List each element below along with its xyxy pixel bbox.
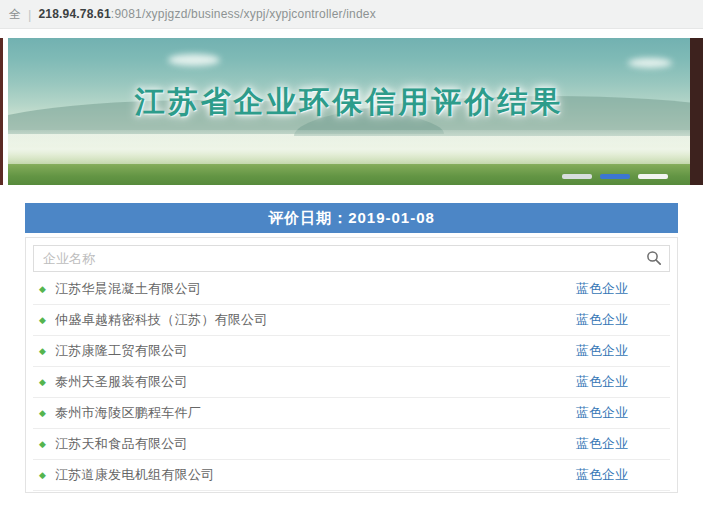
list-item[interactable]: ◆ 江苏道康发电机组有限公司 蓝色企业 [33, 460, 670, 491]
company-name: 江苏康隆工贸有限公司 [55, 342, 576, 360]
company-name: 仲盛卓越精密科技（江苏）有限公司 [55, 311, 576, 329]
carousel-indicators [562, 174, 668, 179]
carousel-indicator-active[interactable] [600, 174, 630, 179]
list-item[interactable]: ◆ 泰州天圣服装有限公司 蓝色企业 [33, 367, 670, 398]
banner-title: 江苏省企业环保信用评价结果 [8, 82, 690, 123]
diamond-bullet-icon: ◆ [39, 316, 46, 325]
rating-link[interactable]: 蓝色企业 [576, 280, 628, 298]
diamond-bullet-icon: ◆ [39, 440, 46, 449]
rating-link[interactable]: 蓝色企业 [576, 404, 628, 422]
diamond-bullet-icon: ◆ [39, 285, 46, 294]
company-name: 江苏道康发电机组有限公司 [55, 466, 576, 484]
rating-link[interactable]: 蓝色企业 [576, 311, 628, 329]
diamond-bullet-icon: ◆ [39, 378, 46, 387]
company-name: 江苏华晨混凝土有限公司 [55, 280, 576, 298]
banner-right-edge [690, 38, 703, 185]
rating-link[interactable]: 蓝色企业 [576, 466, 628, 484]
banner-image: 江苏省企业环保信用评价结果 [8, 38, 690, 185]
company-name: 江苏天和食品有限公司 [55, 435, 576, 453]
url-divider: | [28, 7, 31, 22]
mist-overlay [8, 130, 690, 164]
diamond-bullet-icon: ◆ [39, 409, 46, 418]
rating-link[interactable]: 蓝色企业 [576, 342, 628, 360]
url-host: 218.94.78.61 [38, 7, 110, 21]
diamond-bullet-icon: ◆ [39, 471, 46, 480]
company-name: 泰州市海陵区鹏程车件厂 [55, 404, 576, 422]
company-list-panel: ◆ 江苏华晨混凝土有限公司 蓝色企业 ◆ 仲盛卓越精密科技（江苏）有限公司 蓝色… [25, 237, 678, 493]
carousel-indicator[interactable] [562, 174, 592, 179]
url-path: :9081/xypjgzd/business/xypj/xypjcontroll… [111, 7, 376, 21]
banner-carousel: 江苏省企业环保信用评价结果 [0, 38, 703, 185]
list-item[interactable]: ◆ 江苏华晨混凝土有限公司 蓝色企业 [33, 274, 670, 305]
list-item[interactable]: ◆ 仲盛卓越精密科技（江苏）有限公司 蓝色企业 [33, 305, 670, 336]
browser-url-bar[interactable]: 全 | 218.94.78.61 :9081/xypjgzd/business/… [0, 0, 703, 29]
banner-left-edge [0, 38, 3, 185]
security-icon: 全 [9, 6, 21, 23]
list-item[interactable]: ◆ 江苏康隆工贸有限公司 蓝色企业 [33, 336, 670, 367]
page: 全 | 218.94.78.61 :9081/xypjgzd/business/… [0, 0, 703, 510]
evaluation-date-header: 评价日期：2019-01-08 [25, 203, 678, 233]
company-name: 泰州天圣服装有限公司 [55, 373, 576, 391]
cloud-shape [628, 58, 672, 68]
list-item[interactable]: ◆ 泰州市海陵区鹏程车件厂 蓝色企业 [33, 398, 670, 429]
search-input[interactable] [33, 245, 670, 272]
cloud-shape [168, 54, 220, 66]
rating-link[interactable]: 蓝色企业 [576, 373, 628, 391]
search-icon[interactable] [646, 250, 662, 266]
rating-link[interactable]: 蓝色企业 [576, 435, 628, 453]
carousel-indicator[interactable] [638, 174, 668, 179]
list-item[interactable]: ◆ 江苏天和食品有限公司 蓝色企业 [33, 429, 670, 460]
search-bar [33, 245, 670, 272]
diamond-bullet-icon: ◆ [39, 347, 46, 356]
